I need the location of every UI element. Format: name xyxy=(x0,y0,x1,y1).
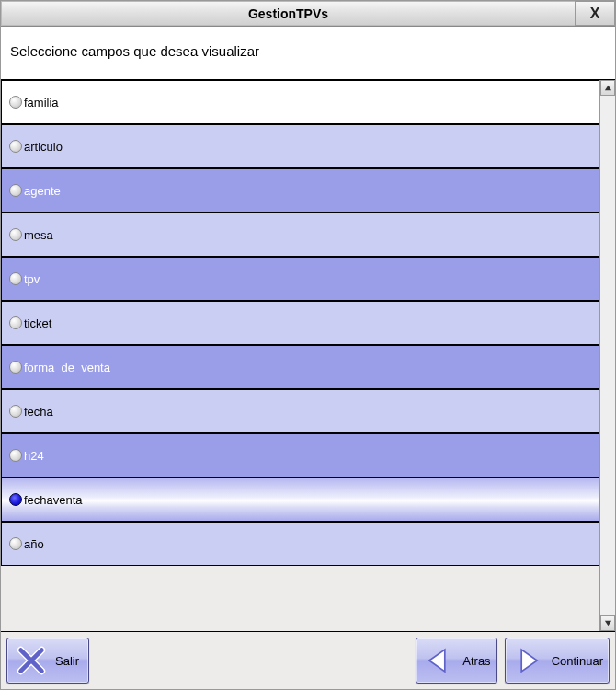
field-label: familia xyxy=(24,96,59,109)
titlebar: GestionTPVs X xyxy=(1,1,615,27)
field-label: h24 xyxy=(24,449,44,463)
svg-marker-1 xyxy=(604,621,610,626)
atras-button[interactable]: Atras xyxy=(416,638,496,684)
arrow-right-icon xyxy=(508,640,548,681)
field-row-tpv[interactable]: tpv xyxy=(1,257,599,301)
radio-icon[interactable] xyxy=(9,449,22,462)
field-row-h24[interactable]: h24 xyxy=(1,433,599,477)
field-row-año[interactable]: año xyxy=(1,522,599,566)
svg-marker-7 xyxy=(521,650,537,672)
field-list: familiaarticuloagentemesatpvticketforma_… xyxy=(1,80,599,631)
radio-icon[interactable] xyxy=(9,316,22,329)
field-label: fecha xyxy=(24,405,53,419)
field-row-fecha[interactable]: fecha xyxy=(1,389,599,433)
scroll-up-button[interactable] xyxy=(600,80,615,96)
salir-label: Salir xyxy=(55,654,79,668)
window-title: GestionTPVs xyxy=(1,1,575,26)
field-row-ticket[interactable]: ticket xyxy=(1,301,599,345)
field-row-forma_de_venta[interactable]: forma_de_venta xyxy=(1,345,599,389)
field-label: agente xyxy=(24,184,61,198)
field-row-agente[interactable]: agente xyxy=(1,168,599,213)
scrollbar[interactable] xyxy=(599,80,615,631)
atras-label: Atras xyxy=(462,654,490,668)
chevron-down-icon xyxy=(604,619,612,627)
field-label: tpv xyxy=(24,272,40,286)
svg-marker-0 xyxy=(604,86,610,90)
prompt-text: Seleccione campos que desea visualizar xyxy=(1,27,615,80)
radio-icon[interactable] xyxy=(9,493,22,506)
radio-icon[interactable] xyxy=(9,96,22,109)
radio-icon[interactable] xyxy=(9,184,22,197)
close-button[interactable]: X xyxy=(575,1,615,26)
field-label: mesa xyxy=(24,228,53,242)
field-label: ticket xyxy=(24,316,51,330)
radio-icon[interactable] xyxy=(9,537,22,550)
radio-icon[interactable] xyxy=(9,272,22,285)
continuar-label: Continuar xyxy=(552,654,603,668)
close-x-icon xyxy=(11,640,51,681)
field-row-familia[interactable]: familia xyxy=(1,80,599,124)
field-row-mesa[interactable]: mesa xyxy=(1,213,599,257)
chevron-up-icon xyxy=(604,84,612,92)
field-row-articulo[interactable]: articulo xyxy=(1,124,599,168)
radio-icon[interactable] xyxy=(9,405,22,418)
list-container: familiaarticuloagentemesatpvticketforma_… xyxy=(1,80,615,632)
field-row-fechaventa[interactable]: fechaventa xyxy=(1,477,599,522)
scroll-track[interactable] xyxy=(600,96,615,615)
radio-icon[interactable] xyxy=(9,361,22,374)
scroll-down-button[interactable] xyxy=(600,615,615,631)
salir-button[interactable]: Salir xyxy=(6,638,89,684)
continuar-button[interactable]: Continuar xyxy=(505,638,610,684)
window: GestionTPVs X Seleccione campos que dese… xyxy=(0,0,616,690)
field-label: fechaventa xyxy=(24,493,83,507)
footer: Salir Atras Continuar xyxy=(1,632,615,689)
radio-icon[interactable] xyxy=(9,228,22,241)
field-label: año xyxy=(24,537,44,551)
arrow-left-icon xyxy=(418,640,459,681)
svg-marker-6 xyxy=(429,650,445,672)
radio-icon[interactable] xyxy=(9,140,22,153)
field-label: forma_de_venta xyxy=(24,361,110,374)
field-label: articulo xyxy=(24,140,63,154)
